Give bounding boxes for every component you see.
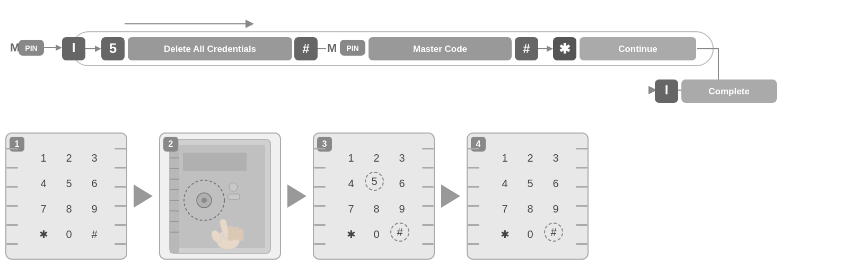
key-3: 3: [83, 146, 106, 170]
key3-7: 7: [339, 197, 363, 220]
key3-8: 8: [365, 197, 388, 220]
keypad-panel-3: 3 1 2 3 4 5 6 7 8 9 ✱ 0 #: [313, 132, 435, 260]
key3-6: 6: [390, 172, 414, 195]
key4-hash-highlighted: #: [544, 223, 563, 242]
key4-8: 8: [519, 197, 542, 220]
key-0: 0: [57, 223, 81, 246]
svg-point-48: [201, 198, 207, 203]
svg-marker-5: [56, 45, 62, 51]
svg-text:5: 5: [109, 40, 117, 56]
panels-row: 1 1 2 3 4 5 6 7 8 9 ✱ 0 # 2: [0, 132, 594, 260]
svg-rect-56: [239, 229, 243, 241]
side-lines-right-1: [115, 134, 126, 259]
key-1: 1: [32, 146, 55, 170]
keypad-panel-4: 4 1 2 3 4 5 6 7 8 9 ✱ 0 #: [467, 132, 589, 260]
svg-text:Continue: Continue: [618, 44, 657, 54]
key3-2: 2: [365, 146, 388, 170]
svg-text:Delete All Credentials: Delete All Credentials: [164, 44, 256, 54]
svg-text:I: I: [665, 83, 669, 97]
keypad-grid-1: 1 2 3 4 5 6 7 8 9 ✱ 0 #: [32, 146, 106, 246]
key-6: 6: [83, 172, 106, 195]
m-label-1: M: [10, 41, 20, 54]
key4-3: 3: [544, 146, 567, 170]
svg-text:PIN: PIN: [25, 44, 37, 52]
svg-text:✱: ✱: [559, 41, 571, 57]
key4-0: 0: [519, 223, 542, 246]
svg-point-49: [229, 183, 238, 191]
device-panel-2: 2: [159, 132, 281, 260]
key3-hash-highlighted: #: [390, 223, 409, 242]
side-lines-left-3: [314, 134, 326, 259]
key3-star: ✱: [339, 223, 363, 246]
keypad-grid-4: 1 2 3 4 5 6 7 8 9 ✱ 0 #: [493, 146, 567, 246]
svg-text:I: I: [72, 40, 76, 55]
svg-rect-36: [183, 153, 247, 171]
svg-marker-9: [95, 46, 101, 52]
keypad-panel-1: 1 1 2 3 4 5 6 7 8 9 ✱ 0 #: [5, 132, 127, 260]
key-7: 7: [32, 197, 55, 220]
key3-9: 9: [390, 197, 414, 220]
svg-rect-50: [228, 194, 240, 199]
key4-2: 2: [519, 146, 542, 170]
arrow-2: [281, 184, 313, 208]
side-lines-right-4: [576, 134, 588, 259]
side-lines-right-3: [422, 134, 434, 259]
side-lines-left-4: [468, 134, 479, 259]
key-2: 2: [57, 146, 81, 170]
svg-rect-54: [228, 226, 234, 241]
key-9: 9: [83, 197, 106, 220]
key4-7: 7: [493, 197, 516, 220]
key3-1: 1: [339, 146, 363, 170]
key-4: 4: [32, 172, 55, 195]
flow-diagram: M PIN I 5 Delete All Credentials # M PIN…: [3, 5, 862, 117]
key-star: ✱: [32, 223, 55, 246]
svg-text:Master Code: Master Code: [413, 44, 467, 54]
svg-text:M: M: [327, 41, 337, 55]
key4-5: 5: [519, 172, 542, 195]
arrow-1: [127, 184, 159, 208]
key-8: 8: [57, 197, 81, 220]
svg-rect-37: [170, 139, 179, 253]
key3-4: 4: [339, 172, 363, 195]
key4-6: 6: [544, 172, 567, 195]
key4-9: 9: [544, 197, 567, 220]
key3-5-highlighted: 5: [365, 172, 384, 191]
svg-text:#: #: [523, 41, 530, 56]
svg-text:Complete: Complete: [708, 86, 749, 96]
panel-2-badge: 2: [163, 137, 178, 152]
key4-4: 4: [493, 172, 516, 195]
key4-1: 1: [493, 146, 516, 170]
keypad-grid-3: 1 2 3 4 5 6 7 8 9 ✱ 0 #: [339, 146, 414, 246]
key-5: 5: [57, 172, 81, 195]
key4-star: ✱: [493, 223, 516, 246]
key3-0: 0: [365, 223, 388, 246]
key3-3: 3: [390, 146, 414, 170]
svg-text:PIN: PIN: [346, 44, 358, 52]
side-lines-left-1: [6, 134, 18, 259]
key-hash: #: [83, 223, 106, 246]
svg-marker-25: [547, 46, 553, 52]
device-svg: [164, 137, 276, 256]
svg-text:#: #: [302, 41, 309, 56]
arrow-3: [435, 184, 467, 208]
